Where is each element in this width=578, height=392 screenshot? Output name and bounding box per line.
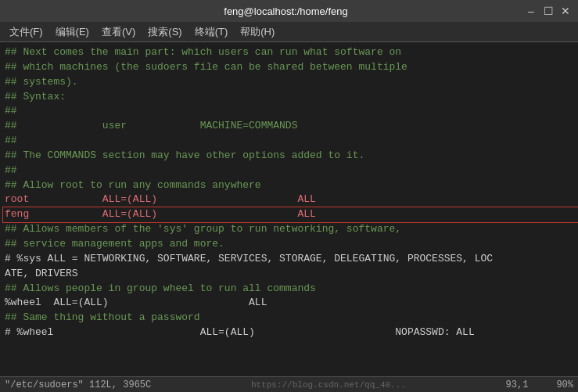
editor-line: %wheel ALL=(ALL) ALL	[3, 296, 578, 311]
editor-line: ## user MACHINE=COMMANDS	[3, 119, 578, 134]
status-position: 93,1 90%	[506, 379, 573, 390]
editor-line: ## The COMMANDS section may have other o…	[3, 149, 578, 164]
close-button[interactable]: ✕	[559, 5, 572, 17]
title-bar: feng@localhost:/home/feng – ☐ ✕	[0, 0, 578, 22]
menu-bar: 文件(F)编辑(E)查看(V)搜索(S)终端(T)帮助(H)	[0, 22, 578, 42]
editor-line: ## systems).	[3, 75, 578, 90]
maximize-button[interactable]: ☐	[542, 5, 555, 17]
editor-line: ##	[3, 164, 578, 178]
watermark: https://blog.csdn.net/qq_40...	[251, 380, 406, 390]
menu-item[interactable]: 文件(F)	[3, 23, 49, 41]
editor-line: feng ALL=(ALL) ALL	[3, 207, 578, 222]
editor-line: ## Same thing without a password	[3, 311, 578, 325]
window-controls: – ☐ ✕	[525, 5, 578, 17]
window-title: feng@localhost:/home/feng	[224, 5, 347, 17]
status-file-info: "/etc/sudoers" 112L, 3965C	[5, 379, 151, 390]
editor-line: root ALL=(ALL) ALL	[3, 192, 578, 207]
editor-line: ##	[3, 134, 578, 149]
menu-item[interactable]: 终端(T)	[188, 23, 235, 41]
menu-item[interactable]: 帮助(H)	[234, 23, 281, 41]
editor-line: ## Syntax:	[3, 90, 578, 105]
editor-line: ## Allow root to run any commands anywhe…	[3, 178, 578, 193]
editor-line: ## service management apps and more.	[3, 237, 578, 252]
minimize-button[interactable]: –	[525, 5, 537, 17]
editor-line: ## Next comes the main part: which users…	[3, 45, 578, 60]
editor-line: # %wheel ALL=(ALL) NOPASSWD: ALL	[3, 325, 578, 340]
editor-line: ## which machines (the sudoers file can …	[3, 60, 578, 75]
editor-area[interactable]: ## Next comes the main part: which users…	[0, 42, 578, 376]
menu-item[interactable]: 编辑(E)	[49, 23, 95, 41]
editor-line: ## Allows people in group wheel to run a…	[3, 282, 578, 297]
editor-line: ## Allows members of the 'sys' group to …	[3, 222, 578, 237]
editor-line: ##	[3, 104, 578, 119]
status-bar: "/etc/sudoers" 112L, 3965C https://blog.…	[0, 376, 578, 392]
menu-item[interactable]: 查看(V)	[95, 23, 142, 41]
editor-line: # %sys ALL = NETWORKING, SOFTWARE, SERVI…	[3, 252, 578, 267]
menu-item[interactable]: 搜索(S)	[142, 23, 188, 41]
editor-line: ATE, DRIVERS	[3, 267, 578, 282]
